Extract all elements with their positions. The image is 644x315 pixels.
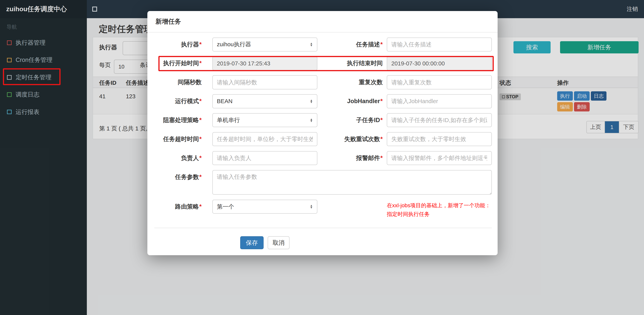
interval-input[interactable] <box>212 75 317 89</box>
end-time-label: 执行结束时间 <box>317 56 387 70</box>
owner-label: 负责人* <box>147 151 212 165</box>
executor-select[interactable]: zuihou执行器 <box>212 38 317 52</box>
job-param-label: 任务参数* <box>147 170 212 195</box>
executor-label: 执行器* <box>147 38 212 52</box>
select-arrows-icon <box>310 99 313 103</box>
start-time-input[interactable] <box>212 56 317 70</box>
repeat-label: 重复次数 <box>317 75 387 89</box>
block-strategy-select[interactable]: 单机串行 <box>212 113 317 127</box>
retry-input[interactable] <box>387 132 492 146</box>
timeout-label: 任务超时时间* <box>147 132 212 146</box>
save-button[interactable]: 保存 <box>240 236 264 249</box>
route-strategy-label: 路由策略* <box>147 200 212 219</box>
select-arrows-icon <box>310 42 313 47</box>
job-desc-label: 任务描述* <box>317 38 387 52</box>
block-strategy-label: 阻塞处理策略* <box>147 113 212 127</box>
child-job-input[interactable] <box>387 113 492 127</box>
select-arrows-icon <box>310 204 313 209</box>
job-param-textarea[interactable] <box>212 170 492 195</box>
route-strategy-select[interactable]: 第一个 <box>212 200 317 214</box>
owner-input[interactable] <box>212 151 317 165</box>
add-task-modal: 新增任务 执行器* zuihou执行器 任务描述* 执行开始时间* 执行结束时间 <box>147 11 498 255</box>
alarm-email-label: 报警邮件* <box>317 151 387 165</box>
modal-body: 执行器* zuihou执行器 任务描述* 执行开始时间* 执行结束时间 间隔秒数 <box>147 33 498 249</box>
child-job-label: 子任务ID* <box>317 113 387 127</box>
jobhandler-input[interactable] <box>387 94 492 108</box>
interval-label: 间隔秒数 <box>147 75 212 89</box>
start-time-label: 执行开始时间* <box>147 56 212 70</box>
retry-label: 失败重试次数* <box>317 132 387 146</box>
select-arrows-icon <box>310 118 313 122</box>
modal-header: 新增任务 <box>147 11 498 33</box>
glue-type-select[interactable]: BEAN <box>212 94 317 108</box>
timeout-input[interactable] <box>212 132 317 146</box>
modal-footer: 保存 取消 <box>147 236 498 249</box>
repeat-input[interactable] <box>387 75 492 89</box>
alarm-email-input[interactable] <box>387 151 492 165</box>
jobhandler-label: JobHandler* <box>317 94 387 108</box>
cancel-button[interactable]: 取消 <box>268 236 289 249</box>
feature-note: 在xxl-jobs项目的基础上，新增了一个功能： 指定时间执行任务 <box>387 200 492 219</box>
glue-type-label: 运行模式* <box>147 94 212 108</box>
job-desc-input[interactable] <box>387 38 492 52</box>
app-root: zuihou任务调度中心 注销 导航 执行器管理 Cron任务管理 定时任务管理… <box>0 0 644 315</box>
end-time-input[interactable] <box>387 56 492 70</box>
modal-title: 新增任务 <box>156 18 181 25</box>
modal-divider <box>154 228 492 228</box>
